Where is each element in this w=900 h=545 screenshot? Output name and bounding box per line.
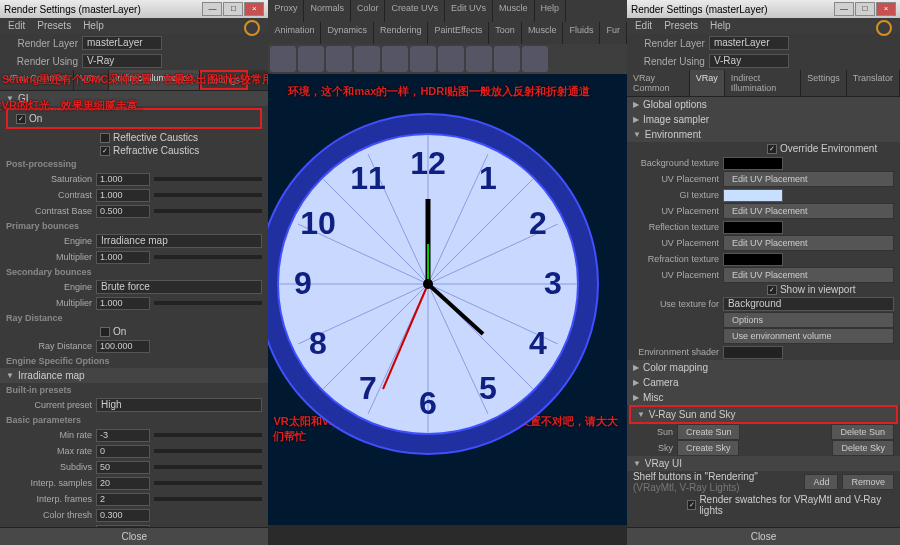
contrast-slider[interactable] [154,193,262,197]
shelf-proxy[interactable]: Proxy [268,0,304,22]
right-scroll[interactable]: ▶Global options ▶Image sampler ▼Environm… [627,97,900,527]
left-titlebar[interactable]: Render Settings (masterLayer) — □ × [0,0,268,18]
refractive-caustics-checkbox[interactable]: ✓ [100,146,110,156]
secondary-engine-select[interactable]: Brute force [96,280,262,294]
contrast-base-slider[interactable] [154,209,262,213]
show-viewport-checkbox[interactable]: ✓ [767,285,777,295]
shelf-muscle[interactable]: Muscle [493,0,535,22]
svg-text:5: 5 [479,370,497,406]
remove-button[interactable]: Remove [842,474,894,490]
svg-text:7: 7 [359,370,377,406]
viewport-3d[interactable]: 环境，这个和max的一样，HDRI贴图一般放入反射和折射通道 VR太阳和VR天空… [268,74,627,525]
irradiance-map-header[interactable]: ▼Irradiance map [0,368,268,383]
render-swatches-checkbox[interactable]: ✓ [687,500,696,510]
create-sun-button[interactable]: Create Sun [677,424,741,440]
menu-help[interactable]: Help [83,20,104,32]
use-texture-select[interactable]: Background [723,297,894,311]
refraction-texture-swatch[interactable] [723,253,783,266]
global-options-header[interactable]: ▶Global options [627,97,900,112]
minimize-button[interactable]: — [834,2,854,16]
interp-samples-input[interactable]: 20 [96,477,150,490]
annotation-gi: GI开关，相比我还是喜欢VR的灯光，效果更细腻丰富。 [0,98,149,113]
gi-on-checkbox[interactable]: ✓ [16,114,26,124]
contrast-input[interactable]: 1.000 [96,189,150,202]
camera-header[interactable]: ▶Camera [627,375,900,390]
edit-uv-button[interactable]: Edit UV Placement [723,267,894,283]
reflective-caustics-checkbox[interactable] [100,133,110,143]
render-using-select[interactable]: V-Ray [82,54,162,68]
subdivs-input[interactable]: 50 [96,461,150,474]
menubar: Edit Presets Help [0,18,268,34]
menu-presets[interactable]: Presets [37,20,71,32]
right-render-settings-panel: Render Settings (masterLayer) — □ × Edit… [627,0,900,545]
misc-header[interactable]: ▶Misc [627,390,900,405]
right-close-button[interactable]: Close [627,527,900,545]
timeline[interactable] [268,525,627,545]
color-mapping-header[interactable]: ▶Color mapping [627,360,900,375]
shelf-color[interactable]: Color [351,0,386,22]
edit-uv-button[interactable]: Edit UV Placement [723,171,894,187]
color-thresh-input[interactable]: 0.300 [96,509,150,522]
gi-texture-swatch[interactable] [723,189,783,202]
render-layer-select[interactable]: masterLayer [709,36,789,50]
window-title: Render Settings (masterLayer) [631,4,768,15]
ray-distance-on-checkbox[interactable] [100,327,110,337]
right-tabs: VRay Common VRay Indirect Illumination S… [627,70,900,97]
options-button[interactable]: Options [723,312,894,328]
shelf-createuvs[interactable]: Create UVs [385,0,445,22]
svg-text:12: 12 [411,145,447,181]
render-using-label: Render Using [6,56,78,67]
svg-text:1: 1 [479,160,497,196]
shelf-normals[interactable]: Normals [304,0,351,22]
shelf-icon[interactable] [270,46,296,72]
reflection-texture-swatch[interactable] [723,221,783,234]
primary-engine-select[interactable]: Irradiance map [96,234,262,248]
bg-texture-swatch[interactable] [723,157,783,170]
env-volume-button[interactable]: Use environment volume [723,328,894,344]
preset-select[interactable]: High [96,398,262,412]
edit-uv-button[interactable]: Edit UV Placement [723,203,894,219]
minimize-button[interactable]: — [202,2,222,16]
env-shader-swatch[interactable] [723,346,783,359]
environment-header[interactable]: ▼Environment [627,127,900,142]
left-close-button[interactable]: Close [0,527,268,545]
maximize-button[interactable]: □ [855,2,875,16]
shelf-tabs-row: Animation Dynamics Rendering PaintEffect… [268,22,627,44]
delete-sky-button[interactable]: Delete Sky [832,440,894,456]
saturation-input[interactable]: 1.000 [96,173,150,186]
sun-sky-header[interactable]: ▼V-Ray Sun and Sky [631,407,896,422]
create-sky-button[interactable]: Create Sky [677,440,740,456]
interp-frames-input[interactable]: 2 [96,493,150,506]
override-environment-checkbox[interactable]: ✓ [767,144,777,154]
left-scroll[interactable]: ▼GI ✓On Reflective Caustics ✓Refractive … [0,91,268,527]
max-rate-input[interactable]: 0 [96,445,150,458]
primary-multiplier-input[interactable]: 1.000 [96,251,150,264]
ray-distance-input[interactable]: 100.000 [96,340,150,353]
menubar: Edit Presets Help [627,18,900,34]
maximize-button[interactable]: □ [223,2,243,16]
shelf-edituvs[interactable]: Edit UVs [445,0,493,22]
shelf-icons [268,44,627,74]
secondary-multiplier-input[interactable]: 1.000 [96,297,150,310]
edit-uv-button[interactable]: Edit UV Placement [723,235,894,251]
svg-point-26 [423,279,433,289]
shelf-help[interactable]: Help [535,0,567,22]
add-button[interactable]: Add [804,474,838,490]
image-sampler-header[interactable]: ▶Image sampler [627,112,900,127]
saturation-slider[interactable] [154,177,262,181]
clock-model-icon: 1212 345 678 91011 [268,104,608,464]
min-rate-input[interactable]: -3 [96,429,150,442]
render-using-select[interactable]: V-Ray [709,54,789,68]
delete-sun-button[interactable]: Delete Sun [831,424,894,440]
contrast-base-input[interactable]: 0.500 [96,205,150,218]
close-button[interactable]: × [876,2,896,16]
window-title: Render Settings (masterLayer) [4,4,141,15]
menu-edit[interactable]: Edit [8,20,25,32]
primary-bounces-group: Primary bounces [0,219,268,233]
right-titlebar[interactable]: Render Settings (masterLayer) — □ × [627,0,900,18]
post-processing-group: Post-processing [0,157,268,171]
engine-specific-options: Engine Specific Options [0,354,268,368]
render-layer-select[interactable]: masterLayer [82,36,162,50]
vray-ui-header[interactable]: ▼VRay UI [627,456,900,471]
close-button[interactable]: × [244,2,264,16]
